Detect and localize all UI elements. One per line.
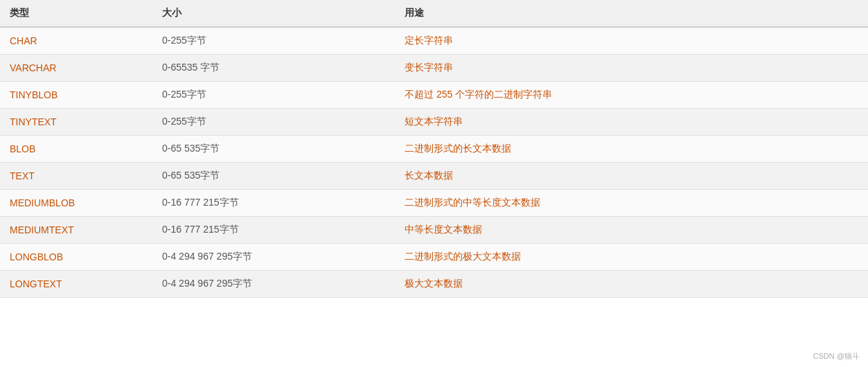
table-row: TINYTEXT0-255字节短文本字符串 (0, 109, 868, 136)
cell-type: TINYTEXT (0, 109, 152, 136)
header-usage: 用途 (395, 0, 868, 27)
table-row: LONGBLOB0-4 294 967 295字节二进制形式的极大文本数据 (0, 244, 868, 271)
table-row: TEXT0-65 535字节长文本数据 (0, 163, 868, 190)
cell-type: MEDIUMBLOB (0, 190, 152, 217)
cell-size: 0-255字节 (152, 27, 395, 55)
table-row: TINYBLOB0-255字节不超过 255 个字符的二进制字符串 (0, 82, 868, 109)
table-row: MEDIUMTEXT0-16 777 215字节中等长度文本数据 (0, 217, 868, 244)
cell-type: VARCHAR (0, 55, 152, 82)
cell-usage: 极大文本数据 (395, 271, 868, 298)
cell-type: LONGTEXT (0, 271, 152, 298)
cell-usage: 短文本字符串 (395, 109, 868, 136)
table-header-row: 类型 大小 用途 (0, 0, 868, 27)
cell-type: TEXT (0, 163, 152, 190)
table-row: MEDIUMBLOB0-16 777 215字节二进制形式的中等长度文本数据 (0, 190, 868, 217)
cell-size: 0-4 294 967 295字节 (152, 271, 395, 298)
cell-size: 0-16 777 215字节 (152, 190, 395, 217)
cell-usage: 不超过 255 个字符的二进制字符串 (395, 82, 868, 109)
cell-size: 0-65 535字节 (152, 136, 395, 163)
table-row: BLOB0-65 535字节二进制形式的长文本数据 (0, 136, 868, 163)
data-table: 类型 大小 用途 CHAR0-255字节定长字符串VARCHAR0-65535 … (0, 0, 868, 298)
cell-type: BLOB (0, 136, 152, 163)
cell-usage: 定长字符串 (395, 27, 868, 55)
cell-size: 0-16 777 215字节 (152, 217, 395, 244)
cell-usage: 二进制形式的长文本数据 (395, 136, 868, 163)
cell-usage: 长文本数据 (395, 163, 868, 190)
header-type: 类型 (0, 0, 152, 27)
header-size: 大小 (152, 0, 395, 27)
cell-size: 0-65535 字节 (152, 55, 395, 82)
table-row: LONGTEXT0-4 294 967 295字节极大文本数据 (0, 271, 868, 298)
cell-size: 0-255字节 (152, 82, 395, 109)
cell-size: 0-255字节 (152, 109, 395, 136)
table-row: VARCHAR0-65535 字节变长字符串 (0, 55, 868, 82)
watermark: CSDN @猫斗 (813, 351, 860, 361)
cell-type: MEDIUMTEXT (0, 217, 152, 244)
cell-type: LONGBLOB (0, 244, 152, 271)
cell-usage: 中等长度文本数据 (395, 217, 868, 244)
cell-usage: 二进制形式的极大文本数据 (395, 244, 868, 271)
cell-size: 0-65 535字节 (152, 163, 395, 190)
cell-usage: 二进制形式的中等长度文本数据 (395, 190, 868, 217)
cell-type: TINYBLOB (0, 82, 152, 109)
cell-type: CHAR (0, 27, 152, 55)
cell-size: 0-4 294 967 295字节 (152, 244, 395, 271)
table-row: CHAR0-255字节定长字符串 (0, 27, 868, 55)
cell-usage: 变长字符串 (395, 55, 868, 82)
